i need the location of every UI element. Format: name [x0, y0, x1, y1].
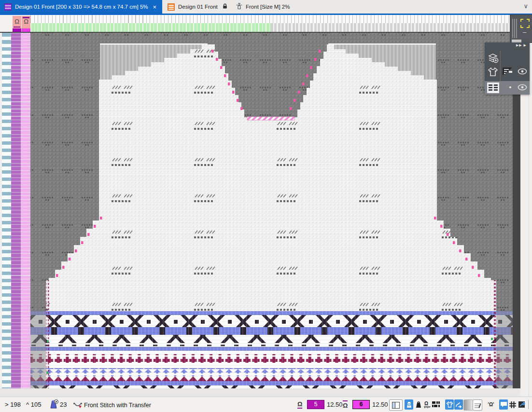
garment-icon [236, 3, 243, 11]
yarn-weight-button[interactable] [414, 399, 423, 410]
close-icon[interactable]: × [153, 3, 157, 11]
panel-grip[interactable] [512, 19, 513, 38]
front-stitch-glyph: Ω [14, 18, 19, 25]
horizontal-scroll-strip[interactable]: ‹ › ‹ [0, 388, 520, 397]
yarn-cone-icon[interactable] [48, 399, 59, 412]
needle-assignment-button[interactable] [432, 399, 440, 410]
front-stitch-indicator-icon: Ω [297, 400, 302, 409]
front-gauge: 12.50 [327, 401, 343, 408]
cursor-row-readout: ^ 105 [26, 401, 41, 408]
garment-layer-icon[interactable] [488, 67, 498, 79]
selection-rectangle-icon[interactable] [520, 19, 530, 28]
add-layer-icon[interactable] [488, 52, 499, 66]
front-control-column[interactable] [11, 33, 21, 388]
tab-bar: Design 01 Front [200 x 310 => 54.8 cm x … [0, 0, 532, 14]
front-yarn-value[interactable]: 5 [307, 400, 324, 409]
back-bar [23, 17, 29, 18]
tab-front-size-m[interactable]: Front [Size M] 2% [231, 0, 313, 14]
hide-pattern-icon[interactable] [502, 67, 514, 79]
selection-tool-panel[interactable]: – [510, 14, 532, 43]
stitch-gauge-button[interactable]: Ω [423, 399, 432, 410]
tab-label: Design 01 Front [200 x 310 => 54.8 cm x … [15, 4, 148, 10]
row-marker-column[interactable] [2, 33, 11, 388]
lock-icon [223, 3, 227, 10]
gradient-button[interactable] [463, 399, 473, 411]
tab-label: Design 01 Front [178, 4, 218, 10]
transfer-stitch-icon [73, 401, 83, 411]
svg-text:Ω: Ω [424, 401, 428, 406]
edit-grid-button[interactable] [473, 399, 482, 411]
garment-view-button[interactable] [445, 399, 454, 410]
comments-button[interactable] [499, 399, 508, 410]
cursor-column-readout: > 198 [5, 401, 21, 408]
tab-label: Front [Size M] 2% [246, 4, 290, 10]
back-stitch-indicator-icon: Ω [343, 400, 348, 409]
needle-bed-grid-icon[interactable] [487, 82, 500, 96]
active-layer-row[interactable] [485, 81, 530, 95]
horizontal-ruler[interactable] [30, 15, 513, 23]
yarn-colors-button[interactable] [405, 399, 413, 410]
needle-range-bar-gray[interactable] [271, 23, 513, 32]
layers-panel[interactable]: ▶▶ ▶ [485, 42, 530, 95]
back-stitch-tool-button[interactable]: Ω [22, 16, 30, 28]
stitch-symbol-button[interactable]: 'Ω' [486, 399, 496, 410]
back-stitch-glyph: Ω [24, 18, 28, 25]
visibility-eye-icon-2[interactable] [518, 84, 527, 93]
tab-overflow-chevron-icon[interactable]: ∨ [523, 2, 528, 10]
back-control-column[interactable] [21, 33, 30, 388]
back-gauge: 12.50 [372, 401, 388, 408]
pattern-document-icon [4, 3, 12, 11]
knit-chart [30, 33, 513, 388]
panel-expand-icons[interactable]: ▶▶ ▶ [516, 43, 527, 47]
visibility-eye-icon[interactable] [518, 68, 527, 77]
yarn-count: 23 [60, 401, 67, 408]
status-bar: > 198 ^ 105 23 Front Stitch with Transfe… [0, 397, 532, 412]
front-bar [14, 27, 20, 28]
knit-mode-button[interactable] [454, 399, 463, 410]
tab-design-shape[interactable]: Design 01 Front [163, 0, 230, 14]
front-stitch-tool-button[interactable]: Ω [13, 16, 21, 28]
shape-document-icon [168, 3, 175, 11]
collapse-minus[interactable]: – [523, 28, 526, 36]
back-yarn-value[interactable]: 6 [352, 400, 370, 409]
needle-range-bar-green[interactable] [30, 23, 271, 32]
front-column-header [13, 28, 21, 32]
settings-wrench-button[interactable] [517, 399, 526, 410]
active-tool-name: Front Stitch with Transfer [84, 402, 151, 409]
back-column-header [22, 28, 30, 32]
split-view-button[interactable] [389, 399, 403, 411]
status-separator [528, 400, 529, 409]
layer-dot-icon[interactable] [509, 86, 511, 88]
neckline-band [247, 117, 294, 120]
tab-design-pattern[interactable]: Design 01 Front [200 x 310 => 54.8 cm x … [0, 0, 162, 14]
pattern-canvas[interactable] [30, 33, 513, 388]
application-window: Design 01 Front [200 x 310 => 54.8 cm x … [0, 0, 532, 412]
grid-toggle-button[interactable] [508, 399, 517, 410]
